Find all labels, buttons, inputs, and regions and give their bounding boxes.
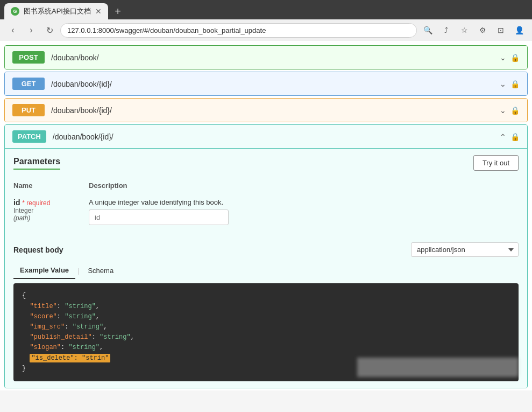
param-row-id: id * required Integer (path) A unique in… xyxy=(13,194,519,229)
param-desc-col: A unique integer value identifying this … xyxy=(89,198,519,225)
refresh-button[interactable]: ↻ xyxy=(42,23,57,38)
endpoint-controls-patch: ⌃ 🔒 xyxy=(500,132,520,141)
method-badge-get: GET xyxy=(12,78,45,90)
tab-title: 图书系统API接口文档 xyxy=(24,6,91,16)
code-block: { "title": "string", "score": "string", … xyxy=(13,283,519,381)
endpoint-path-put: /douban/book/{id}/ xyxy=(51,106,493,115)
bookmark-icon[interactable]: ☆ xyxy=(457,23,472,38)
endpoint-path-get: /douban/book/{id}/ xyxy=(51,80,493,88)
chevron-down-icon-get: ⌄ xyxy=(500,80,506,88)
tab-divider: | xyxy=(75,262,81,279)
endpoint-header-post[interactable]: POST /douban/book/ ⌄ 🔒 xyxy=(5,46,527,69)
example-tabs: Example Value | Schema xyxy=(13,262,519,279)
endpoint-path-post: /douban/book/ xyxy=(51,53,493,62)
endpoint-header-get[interactable]: GET /douban/book/{id}/ ⌄ 🔒 xyxy=(5,72,527,95)
endpoint-controls-post: ⌄ 🔒 xyxy=(500,53,520,62)
params-col-headers: Name Description xyxy=(13,179,519,194)
patch-expanded-body: Parameters Try it out Name Description i… xyxy=(5,148,527,388)
col-desc-header: Description xyxy=(89,181,519,190)
endpoint-path-patch: /douban/book/{id}/ xyxy=(53,132,493,141)
back-button[interactable]: ‹ xyxy=(5,23,20,38)
close-tab-button[interactable]: ✕ xyxy=(95,7,102,16)
request-body-label: Request body xyxy=(13,246,63,254)
endpoint-row-get: GET /douban/book/{id}/ ⌄ 🔒 xyxy=(4,72,528,96)
highlighted-code-line: "is_delete": "strin" xyxy=(30,354,110,362)
active-tab[interactable]: G 图书系统API接口文档 ✕ xyxy=(4,3,108,19)
param-description: A unique integer value identifying this … xyxy=(89,198,519,206)
browser-chrome: G 图书系统API接口文档 ✕ + ‹ › ↻ 127.0.0.1:8000/s… xyxy=(0,0,532,41)
profile-icon[interactable]: 👤 xyxy=(512,23,527,38)
example-value-tab[interactable]: Example Value xyxy=(13,262,75,279)
params-header: Parameters Try it out xyxy=(5,149,527,171)
endpoint-controls-put: ⌄ 🔒 xyxy=(500,106,520,115)
search-icon[interactable]: 🔍 xyxy=(420,23,435,38)
content-type-select[interactable]: application/json multipart/form-data xyxy=(411,242,519,257)
split-view-icon[interactable]: ⊡ xyxy=(493,23,508,38)
nav-icons: 🔍 ⤴ ☆ ⚙ ⊡ 👤 xyxy=(420,23,527,38)
param-name-col: id * required Integer (path) xyxy=(13,198,89,222)
extensions-icon[interactable]: ⚙ xyxy=(475,23,490,38)
tab-bar: G 图书系统API接口文档 ✕ + xyxy=(0,0,532,19)
param-required-label: required xyxy=(26,199,50,207)
endpoint-controls-get: ⌄ 🔒 xyxy=(500,80,520,88)
endpoint-header-put[interactable]: PUT /douban/book/{id}/ ⌄ 🔒 xyxy=(5,99,527,122)
forward-button[interactable]: › xyxy=(24,23,39,38)
chevron-down-icon-put: ⌄ xyxy=(500,106,506,115)
chevron-up-icon-patch: ⌃ xyxy=(500,132,506,141)
tab-favicon: G xyxy=(11,7,19,16)
endpoint-row-put: PUT /douban/book/{id}/ ⌄ 🔒 xyxy=(4,98,528,122)
method-badge-post: POST xyxy=(12,51,45,64)
page-content: POST /douban/book/ ⌄ 🔒 GET /douban/book/… xyxy=(0,41,532,390)
address-bar[interactable]: 127.0.0.1:8000/swagger/#/douban/douban_b… xyxy=(60,23,417,38)
schema-tab[interactable]: Schema xyxy=(81,262,120,279)
param-name-text: id xyxy=(13,198,20,207)
url-text: 127.0.0.1:8000/swagger/#/douban/douban_b… xyxy=(67,26,266,34)
parameters-title: Parameters xyxy=(13,157,60,170)
param-id-input[interactable] xyxy=(89,210,229,225)
lock-icon-patch: 🔒 xyxy=(510,132,520,141)
lock-icon-put: 🔒 xyxy=(510,106,520,115)
request-body-header: Request body application/json multipart/… xyxy=(13,242,519,257)
request-body-section: Request body application/json multipart/… xyxy=(5,238,527,388)
blurred-scroll-area xyxy=(357,358,519,377)
param-type: Integer xyxy=(13,207,89,214)
param-location: (path) xyxy=(13,214,89,222)
method-badge-patch: PATCH xyxy=(12,130,46,143)
chevron-down-icon-post: ⌄ xyxy=(500,53,506,62)
endpoint-header-patch[interactable]: PATCH /douban/book/{id}/ ⌃ 🔒 xyxy=(5,125,527,148)
share-icon[interactable]: ⤴ xyxy=(438,23,453,38)
nav-bar: ‹ › ↻ 127.0.0.1:8000/swagger/#/douban/do… xyxy=(0,19,532,41)
method-badge-put: PUT xyxy=(12,104,45,116)
params-table: Name Description id * required Integer (… xyxy=(5,171,527,238)
endpoint-row-patch: PATCH /douban/book/{id}/ ⌃ 🔒 Parameters … xyxy=(4,124,528,388)
endpoint-row-post: POST /douban/book/ ⌄ 🔒 xyxy=(4,45,528,69)
new-tab-button[interactable]: + xyxy=(110,4,125,19)
param-name: id * required xyxy=(13,198,89,207)
col-name-header: Name xyxy=(13,181,89,190)
try-it-out-button[interactable]: Try it out xyxy=(473,155,519,171)
lock-icon-post: 🔒 xyxy=(510,53,520,62)
lock-icon-get: 🔒 xyxy=(510,80,520,88)
